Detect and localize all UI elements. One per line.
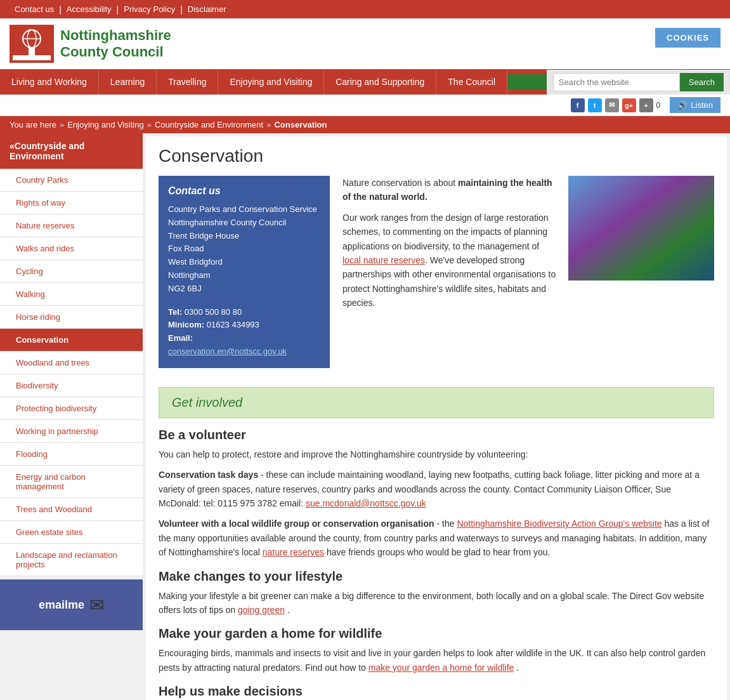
lifestyle-heading: Make changes to your lifestyle: [159, 569, 714, 584]
contact-heading: Contact us: [168, 185, 320, 197]
task-days-block: Conservation task days - these can inclu…: [159, 468, 714, 510]
sidebar-item-protecting-biodiversity[interactable]: Protecting biodiversity: [0, 397, 143, 420]
facebook-icon[interactable]: f: [571, 98, 585, 112]
logo-text: Nottinghamshire County Council: [60, 27, 171, 60]
going-green-link[interactable]: going green: [238, 605, 285, 615]
contact-area: West Bridgford: [168, 256, 320, 269]
sue-mcdonald-link[interactable]: sue.mcdonald@nottscc.gov.uk: [306, 498, 426, 508]
contact-tel: Tel: 0300 500 80 80: [168, 306, 320, 319]
sidebar-item-biodiversity[interactable]: Biodiversity: [0, 374, 143, 397]
contact-org: Country Parks and Conservation Service: [168, 203, 320, 216]
biodiversity-action-link[interactable]: Nottinghamshire Biodiversity Action Grou…: [457, 518, 662, 529]
emailme-icon: ✉: [89, 595, 104, 616]
sidebar-item-walking[interactable]: Walking: [0, 283, 143, 306]
garden-heading: Make your garden a home for wildlife: [159, 626, 714, 641]
sidebar-item-landscape-reclamation[interactable]: Landscape and reclamation projects: [0, 544, 143, 576]
content-area: Conservation Contact us Country Parks an…: [146, 136, 727, 700]
nav-council[interactable]: The Council: [436, 69, 507, 95]
intro-section: Contact us Country Parks and Conservatio…: [159, 176, 714, 378]
disclaimer-link[interactable]: Disclaimer: [183, 3, 231, 15]
logo[interactable]: Nottinghamshire County Council: [10, 25, 171, 63]
search-input[interactable]: [553, 73, 680, 91]
garden-para: Encouraging birds, mammals and insects t…: [159, 646, 714, 675]
get-involved-heading: Get involved: [172, 395, 701, 410]
listen-button[interactable]: 🔊 Listen: [670, 97, 720, 113]
contact-box: Contact us Country Parks and Conservatio…: [159, 176, 330, 368]
contact-email: Email: conservation.en@nottscc.gov.uk: [168, 332, 320, 359]
garden-wildlife-link[interactable]: make your garden a home for wildlife: [368, 663, 514, 673]
nav-caring[interactable]: Caring and Supporting: [324, 69, 436, 95]
nature-reserves-link2[interactable]: nature reserves: [263, 547, 324, 557]
nav-living[interactable]: Living and Working: [0, 69, 99, 95]
sidebar-item-trees-woodland[interactable]: Trees and Woodland: [0, 498, 143, 521]
accessibility-link[interactable]: Accessibility: [62, 3, 117, 15]
sidebar: «Countryside and Environment Country Par…: [0, 133, 143, 700]
nature-photo-image: [568, 176, 714, 281]
contact-us-link[interactable]: Contact us: [10, 3, 59, 15]
nature-photo: [568, 176, 714, 281]
council-logo-icon: [10, 25, 54, 63]
sidebar-item-horse-riding[interactable]: Horse riding: [0, 306, 143, 329]
decisions-heading: Help us make decisions: [159, 684, 714, 699]
search-button[interactable]: Search: [680, 73, 724, 91]
contact-city: Nottingham: [168, 269, 320, 282]
contact-email-link[interactable]: conservation.en@nottscc.gov.uk: [168, 347, 287, 356]
lifestyle-para: Making your lifestyle a bit greener can …: [159, 589, 714, 617]
sidebar-item-working-partnership[interactable]: Working in partnership: [0, 420, 143, 443]
contact-street: Fox Road: [168, 242, 320, 256]
volunteer-intro: You can help to protect, restore and imp…: [159, 447, 714, 461]
nav-enjoying[interactable]: Enjoying and Visiting: [218, 69, 324, 95]
speaker-icon: 🔊: [677, 100, 688, 110]
nav-learning[interactable]: Learning: [99, 69, 157, 95]
privacy-link[interactable]: Privacy Policy: [119, 3, 180, 15]
contact-postcode: NG2 6BJ: [168, 282, 320, 296]
sidebar-item-country-parks[interactable]: Country Parks: [0, 169, 143, 192]
sidebar-item-conservation[interactable]: Conservation: [0, 329, 143, 352]
sidebar-item-cycling[interactable]: Cycling: [0, 260, 143, 283]
sidebar-item-green-estate[interactable]: Green estate sites: [0, 521, 143, 544]
googleplus-icon[interactable]: g+: [622, 98, 636, 112]
emailme-box[interactable]: emailme ✉: [0, 579, 143, 630]
emailme-label: emailme: [39, 598, 84, 612]
volunteer-group-block: Volunteer with a local wildlife group or…: [159, 517, 714, 559]
social-bar: f t ✉ g+ + 0 🔊 Listen: [0, 95, 730, 116]
nav-travelling[interactable]: Travelling: [157, 69, 218, 95]
nav-search-area: Search: [547, 70, 730, 95]
local-nature-reserves-link[interactable]: local nature reserves: [342, 255, 425, 265]
volunteer-heading: Be a volunteer: [159, 428, 714, 442]
breadcrumb-countryside[interactable]: Countryside and Environment: [155, 120, 263, 129]
sidebar-item-energy-carbon[interactable]: Energy and carbon management: [0, 466, 143, 498]
sidebar-item-nature-reserves[interactable]: Nature reserves: [0, 215, 143, 237]
top-bar: Contact us | Accessibility | Privacy Pol…: [0, 0, 730, 18]
twitter-icon[interactable]: t: [588, 98, 602, 112]
get-involved-box: Get involved: [159, 387, 714, 418]
sidebar-item-rights-of-way[interactable]: Rights of way: [0, 192, 143, 215]
sidebar-item-woodland-trees[interactable]: Woodland and trees: [0, 352, 143, 374]
contact-building: Trent Bridge House: [168, 230, 320, 243]
main-layout: «Countryside and Environment Country Par…: [0, 133, 730, 700]
sidebar-item-walks-rides[interactable]: Walks and rides: [0, 237, 143, 260]
share-count: 0: [656, 101, 661, 110]
cookies-button[interactable]: COOKIES: [655, 28, 720, 48]
header: Nottinghamshire County Council COOKIES: [0, 18, 730, 69]
sidebar-header[interactable]: «Countryside and Environment: [0, 133, 143, 169]
email-share-icon[interactable]: ✉: [605, 98, 619, 112]
sidebar-item-flooding[interactable]: Flooding: [0, 443, 143, 466]
breadcrumb-home: You are here: [10, 120, 56, 129]
breadcrumb-current: Conservation: [274, 120, 327, 129]
main-nav: Living and Working Learning Travelling E…: [0, 69, 730, 95]
contact-minicom: Minicom: 01623 434993: [168, 319, 320, 332]
breadcrumb-enjoying[interactable]: Enjoying and Visiting: [67, 120, 143, 129]
breadcrumb: You are here » Enjoying and Visiting » C…: [0, 116, 730, 133]
svg-rect-5: [13, 55, 51, 60]
addthis-icon[interactable]: +: [639, 98, 653, 112]
page-title: Conservation: [159, 146, 714, 166]
contact-council: Nottinghamshire County Council: [168, 216, 320, 230]
nav-green-space: [507, 74, 547, 89]
